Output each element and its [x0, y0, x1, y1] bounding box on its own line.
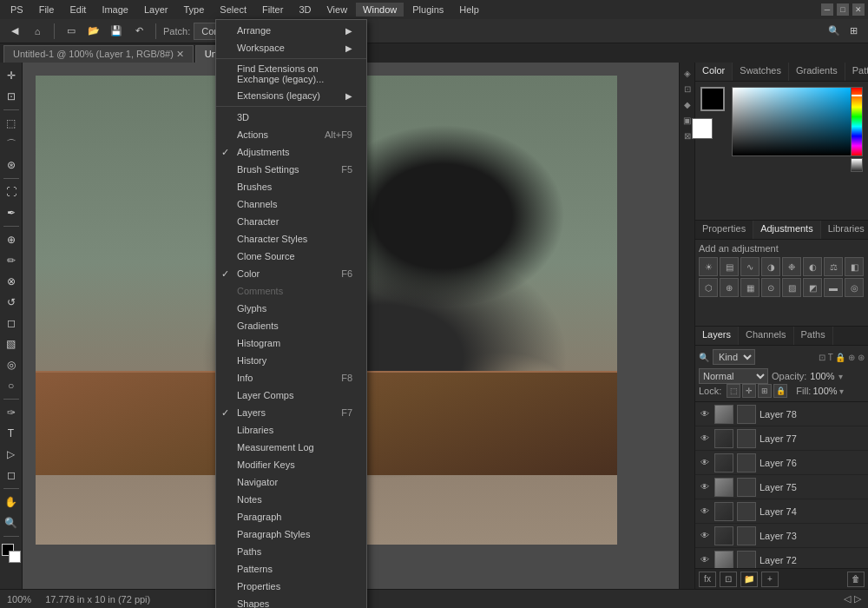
- tab-patterns[interactable]: Patterns: [845, 63, 868, 81]
- menu-file[interactable]: File: [32, 3, 62, 17]
- tab-properties[interactable]: Properties: [695, 221, 753, 239]
- undo-button[interactable]: ↶: [129, 22, 148, 41]
- menu-item-3d[interactable]: 3D: [216, 109, 366, 126]
- threshold-adj[interactable]: ◩: [803, 278, 822, 297]
- create-layer-button[interactable]: +: [761, 572, 779, 587]
- layer-row[interactable]: 👁 Layer 77: [695, 426, 868, 451]
- exposure-adj[interactable]: ◑: [761, 257, 780, 276]
- foreground-background-colors[interactable]: [2, 544, 21, 563]
- menu-help[interactable]: Help: [452, 3, 486, 17]
- history-brush-tool[interactable]: ↺: [2, 293, 21, 312]
- home-button[interactable]: ⌂: [28, 22, 47, 41]
- layer-row[interactable]: 👁 Layer 75: [695, 475, 868, 499]
- menu-item-shapes[interactable]: Shapes: [216, 595, 366, 608]
- menu-workspace[interactable]: Workspace ▶: [216, 39, 366, 56]
- brightness-adj[interactable]: ☀: [699, 257, 718, 276]
- background-swatch[interactable]: [692, 118, 713, 139]
- delete-layer-button[interactable]: 🗑: [847, 572, 865, 587]
- dodge-tool[interactable]: ○: [2, 376, 21, 395]
- menu-item-libraries[interactable]: Libraries: [216, 421, 366, 439]
- menu-ps[interactable]: PS: [3, 3, 30, 17]
- crop-tool[interactable]: ⛶: [2, 182, 21, 202]
- hue-sat-adj[interactable]: ◐: [803, 257, 822, 276]
- menu-view[interactable]: View: [319, 3, 354, 17]
- tab-paths[interactable]: Paths: [794, 327, 833, 345]
- layer-row[interactable]: 👁 Layer 76: [695, 451, 868, 475]
- menu-arrange[interactable]: Arrange ▶: [216, 22, 366, 39]
- menu-item-notes[interactable]: Notes: [216, 491, 366, 508]
- menu-item-gradients[interactable]: Gradients: [216, 317, 366, 334]
- selective-color-adj[interactable]: ◎: [845, 278, 864, 297]
- menu-item-navigator[interactable]: Navigator: [216, 473, 366, 491]
- save-button[interactable]: 💾: [107, 22, 126, 41]
- layer-row[interactable]: 👁 Layer 72: [695, 548, 868, 568]
- menu-item-brushes[interactable]: Brushes: [216, 178, 366, 195]
- tab-layers[interactable]: Layers: [695, 327, 739, 345]
- background-color[interactable]: [9, 551, 21, 563]
- menu-type[interactable]: Type: [177, 3, 212, 17]
- layer-visibility-icon[interactable]: 👁: [699, 530, 711, 542]
- menu-item-patterns[interactable]: Patterns: [216, 560, 366, 578]
- move-tool[interactable]: ✛: [2, 66, 21, 85]
- back-button[interactable]: ◀: [5, 22, 24, 41]
- hand-tool[interactable]: ✋: [2, 492, 21, 512]
- tab-color[interactable]: Color: [695, 63, 733, 81]
- foreground-swatch[interactable]: [700, 87, 725, 111]
- menu-3d[interactable]: 3D: [292, 3, 318, 17]
- menu-item-properties[interactable]: Properties: [216, 578, 366, 595]
- menu-item-modifier-keys[interactable]: Modifier Keys: [216, 456, 366, 473]
- layer-visibility-icon[interactable]: 👁: [699, 433, 711, 445]
- new-document-button[interactable]: ▭: [62, 22, 81, 41]
- eyedropper-tool[interactable]: ✒: [2, 203, 21, 222]
- eraser-tool[interactable]: ◻: [2, 314, 21, 333]
- tab-adjustments[interactable]: Adjustments: [753, 221, 821, 239]
- panel-icon-3[interactable]: ◆: [681, 97, 694, 111]
- lock-pixels-button[interactable]: ⬚: [727, 384, 740, 398]
- posterize-adj[interactable]: ▨: [782, 278, 801, 297]
- marquee-tool[interactable]: ⬚: [2, 114, 21, 133]
- tab-channels[interactable]: Channels: [739, 327, 793, 345]
- menu-item-color[interactable]: ✓ColorF6: [216, 265, 366, 282]
- menu-window[interactable]: Window: [356, 3, 404, 17]
- blur-tool[interactable]: ◎: [2, 355, 21, 374]
- opacity-chevron-icon[interactable]: ▾: [838, 372, 843, 381]
- artboard-tool[interactable]: ⊡: [2, 87, 21, 106]
- shape-tool[interactable]: ◻: [2, 466, 21, 485]
- tab-swatches[interactable]: Swatches: [733, 63, 789, 81]
- photo-filter-adj[interactable]: ⬡: [699, 278, 718, 297]
- menu-item-paragraph[interactable]: Paragraph: [216, 508, 366, 525]
- lock-position-button[interactable]: ✛: [742, 384, 756, 398]
- menu-item-actions[interactable]: ActionsAlt+F9: [216, 126, 366, 143]
- tab-gradients[interactable]: Gradients: [789, 63, 845, 81]
- menu-item-layers[interactable]: ✓LayersF7: [216, 404, 366, 421]
- doc-tab-1[interactable]: Untitled-1 @ 100% (Layer 1, RGB/8#) ✕: [3, 45, 194, 63]
- menu-item-paragraph-styles[interactable]: Paragraph Styles: [216, 525, 366, 543]
- levels-adj[interactable]: ▤: [720, 257, 739, 276]
- menu-item-glyphs[interactable]: Glyphs: [216, 300, 366, 317]
- zoom-icon[interactable]: ⊞: [844, 22, 863, 41]
- path-select-tool[interactable]: ▷: [2, 445, 21, 464]
- menu-item-layer-comps[interactable]: Layer Comps: [216, 387, 366, 404]
- menu-item-channels[interactable]: Channels: [216, 195, 366, 213]
- hue-slider[interactable]: [851, 87, 863, 156]
- lasso-tool[interactable]: ⌒: [2, 135, 21, 154]
- menu-filter[interactable]: Filter: [255, 3, 290, 17]
- menu-item-brush-settings[interactable]: Brush SettingsF5: [216, 161, 366, 178]
- menu-item-measurement-log[interactable]: Measurement Log: [216, 439, 366, 456]
- panel-icon-2[interactable]: ⊡: [681, 82, 694, 96]
- fx-button[interactable]: fx: [699, 572, 716, 587]
- menu-item-info[interactable]: InfoF8: [216, 369, 366, 387]
- menu-select[interactable]: Select: [213, 3, 253, 17]
- layer-visibility-icon[interactable]: 👁: [699, 457, 711, 469]
- gradient-tool[interactable]: ▧: [2, 334, 21, 354]
- color-balance-adj[interactable]: ⚖: [824, 257, 843, 276]
- menu-item-paths[interactable]: Paths: [216, 543, 366, 560]
- maximize-button[interactable]: □: [837, 3, 849, 16]
- add-mask-button[interactable]: ⊡: [720, 572, 737, 587]
- menu-layer[interactable]: Layer: [137, 3, 175, 17]
- zoom-tool[interactable]: 🔍: [2, 513, 21, 532]
- open-button[interactable]: 📂: [84, 22, 103, 41]
- fill-chevron-icon[interactable]: ▾: [839, 387, 844, 396]
- layer-visibility-icon[interactable]: 👁: [699, 506, 711, 518]
- layer-visibility-icon[interactable]: 👁: [699, 481, 711, 493]
